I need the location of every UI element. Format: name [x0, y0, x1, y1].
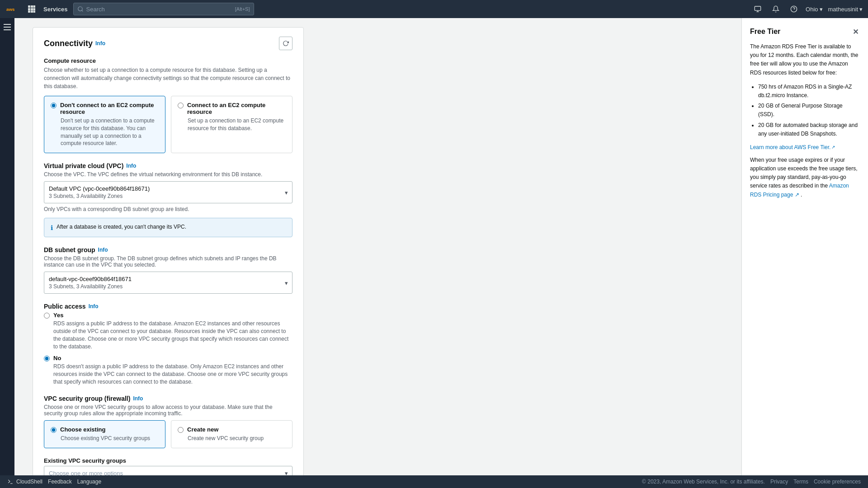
vpc-security-new-header: Create new: [178, 426, 286, 433]
panel-info-link[interactable]: Info: [95, 40, 105, 47]
public-access-no-radio[interactable]: [44, 356, 50, 361]
public-access-title: Public access: [44, 303, 86, 310]
copyright-text: © 2023, Amazon Web Services, Inc. or its…: [642, 479, 765, 485]
cookie-link[interactable]: Cookie preferences: [814, 479, 861, 485]
services-nav-label[interactable]: Services: [42, 6, 70, 13]
pricing-external-link-icon: ↗: [795, 192, 799, 198]
svg-rect-8: [31, 11, 33, 13]
compute-option-ec2[interactable]: Connect to an EC2 compute resource Set u…: [171, 96, 292, 153]
vpc-security-title-group: VPC security group (firewall) Info: [44, 395, 292, 402]
svg-rect-3: [33, 5, 36, 8]
info-box-icon: ℹ: [51, 224, 53, 231]
public-access-no[interactable]: No RDS doesn't assign a public IP addres…: [44, 355, 292, 385]
svg-rect-1: [28, 5, 30, 8]
svg-rect-17: [4, 24, 11, 25]
free-tier-item-1: 20 GB of General Purpose Storage (SSD).: [758, 102, 860, 119]
svg-line-11: [81, 10, 83, 12]
svg-rect-19: [4, 29, 11, 30]
free-tier-item-0: 750 hrs of Amazon RDS in a Single-AZ db.…: [758, 83, 860, 100]
grid-icon[interactable]: [25, 3, 38, 15]
public-access-yes-desc: RDS assigns a public IP address to the d…: [53, 320, 292, 350]
svg-rect-12: [755, 6, 760, 10]
svg-rect-6: [33, 8, 36, 10]
existing-sg-placeholder: Choose one or more options: [49, 470, 278, 475]
aws-logo[interactable]: aws: [5, 2, 20, 16]
public-access-yes-radio[interactable]: [44, 313, 50, 319]
compute-option-ec2-header: Connect to an EC2 compute resource: [178, 102, 286, 115]
footer: CloudShell Feedback Language © 2023, Ama…: [0, 475, 868, 488]
vpc-title-group: Virtual private cloud (VPC) Info: [44, 162, 292, 169]
feedback-link[interactable]: Feedback: [48, 479, 72, 485]
db-subnet-select-wrapper: default-vpc-0ceef90b864f18671 3 Subnets,…: [44, 272, 292, 294]
connectivity-panel: Connectivity Info Compute resource Choos…: [33, 27, 304, 475]
free-tier-title-row: Free Tier ✕: [750, 27, 860, 36]
vpc-security-info-link[interactable]: Info: [133, 395, 143, 402]
free-tier-close-button[interactable]: ✕: [851, 27, 860, 36]
bell-icon[interactable]: [769, 3, 782, 15]
public-access-yes-label: Yes: [53, 312, 292, 319]
top-navigation: aws Services [Alt+S]: [0, 0, 868, 18]
vpc-security-section: VPC security group (firewall) Info Choos…: [44, 395, 292, 448]
svg-rect-5: [31, 8, 33, 10]
db-subnet-info-link[interactable]: Info: [98, 247, 108, 253]
vpc-security-existing-header: Choose existing: [51, 426, 159, 433]
db-subnet-select-sub: 3 Subnets, 3 Availability Zones: [49, 283, 278, 290]
search-input[interactable]: [86, 6, 232, 13]
region-selector[interactable]: Ohio ▾: [806, 6, 822, 13]
existing-sg-select[interactable]: Choose one or more options: [44, 466, 292, 475]
compute-option-no-ec2[interactable]: Don't connect to an EC2 compute resource…: [44, 96, 165, 153]
privacy-link[interactable]: Privacy: [770, 479, 788, 485]
free-tier-expire-text: When your free usage expires or if your …: [750, 156, 860, 199]
cloudwatch-icon[interactable]: [751, 3, 764, 15]
db-subnet-title-group: DB subnet group Info: [44, 246, 292, 253]
vpc-info-link[interactable]: Info: [126, 163, 136, 169]
db-subnet-select-value: default-vpc-0ceef90b864f18671: [49, 276, 278, 282]
nav-right-section: Ohio ▾ matheusinit ▾: [751, 3, 863, 15]
svg-point-10: [78, 7, 82, 11]
search-bar[interactable]: [Alt+S]: [73, 3, 254, 15]
terms-link[interactable]: Terms: [793, 479, 808, 485]
vpc-security-new[interactable]: Create new Create new VPC security group: [171, 420, 292, 448]
help-icon[interactable]: [788, 3, 800, 15]
public-access-title-group: Public access Info: [44, 303, 292, 310]
vpc-security-existing-label: Choose existing: [60, 426, 105, 433]
refresh-button[interactable]: [279, 37, 292, 50]
public-access-info-link[interactable]: Info: [89, 303, 99, 310]
existing-sg-arrow: ▾: [285, 470, 288, 475]
vpc-security-new-radio[interactable]: [178, 427, 184, 433]
vpc-note: Only VPCs with a corresponding DB subnet…: [44, 206, 292, 212]
footer-right: © 2023, Amazon Web Services, Inc. or its…: [642, 479, 861, 485]
db-subnet-section: DB subnet group Info Choose the DB subne…: [44, 246, 292, 294]
db-subnet-select[interactable]: default-vpc-0ceef90b864f18671 3 Subnets,…: [44, 272, 292, 294]
existing-sg-title: Existing VPC security groups: [44, 457, 292, 464]
vpc-section: Virtual private cloud (VPC) Info Choose …: [44, 162, 292, 237]
vpc-security-existing[interactable]: Choose existing Choose existing VPC secu…: [44, 420, 165, 448]
existing-sg-section: Existing VPC security groups Choose one …: [44, 457, 292, 475]
compute-option-no-ec2-radio[interactable]: [51, 103, 57, 108]
vpc-select[interactable]: Default VPC (vpc-0ceef90b864f18671) 3 Su…: [44, 181, 292, 203]
region-label: Ohio: [806, 6, 818, 13]
language-link[interactable]: Language: [77, 479, 101, 485]
compute-option-no-ec2-header: Don't connect to an EC2 compute resource: [51, 102, 159, 115]
compute-option-ec2-radio[interactable]: [178, 103, 184, 108]
external-link-icon: ↗: [831, 145, 835, 150]
cloudshell-button[interactable]: CloudShell: [7, 479, 42, 485]
svg-rect-2: [31, 5, 33, 8]
cloudshell-label: CloudShell: [16, 479, 42, 485]
vpc-title: Virtual private cloud (VPC): [44, 162, 123, 169]
vpc-select-sub: 3 Subnets, 3 Availability Zones: [49, 193, 278, 199]
sidebar-menu-icon[interactable]: [2, 22, 13, 33]
panel-title-text: Connectivity: [44, 39, 93, 48]
vpc-security-existing-desc: Choose existing VPC security groups: [61, 435, 159, 442]
vpc-security-title: VPC security group (firewall): [44, 395, 130, 402]
user-menu[interactable]: matheusinit ▾: [828, 6, 863, 13]
vpc-security-existing-radio[interactable]: [51, 427, 57, 433]
public-access-yes[interactable]: Yes RDS assigns a public IP address to t…: [44, 312, 292, 350]
footer-left: CloudShell Feedback Language: [7, 479, 101, 485]
user-chevron: ▾: [859, 6, 863, 13]
public-access-no-label: No: [53, 355, 292, 361]
vpc-security-new-label: Create new: [187, 426, 218, 433]
free-tier-learn-more-text: Learn more about AWS Free Tier.: [750, 144, 830, 150]
vpc-desc: Choose the VPC. The VPC defines the virt…: [44, 171, 292, 178]
free-tier-learn-more-link[interactable]: Learn more about AWS Free Tier. ↗: [750, 144, 835, 150]
